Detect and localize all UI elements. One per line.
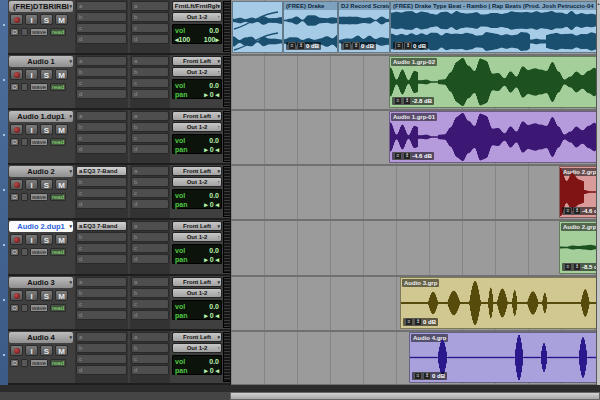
send-slot-b[interactable]: b [131, 122, 169, 132]
insert-slot-a[interactable]: aEQ3 7-Band [76, 221, 127, 231]
solo-button[interactable]: S [40, 234, 53, 245]
clip-effects-icon[interactable]: ≡ [564, 263, 572, 271]
insert-slot-a[interactable]: a [76, 332, 127, 342]
send-slot-a[interactable]: a [131, 277, 169, 287]
automation-mode-selector[interactable]: read [50, 193, 66, 201]
clip-effects-icon[interactable]: ≡ [343, 42, 351, 50]
mute-button[interactable]: M [55, 179, 68, 190]
send-slot-a[interactable]: a [131, 1, 169, 11]
solo-button[interactable]: S [40, 14, 53, 25]
input-path-selector[interactable]: Front Left ▾ [172, 56, 222, 66]
clip-gain-icon[interactable]: ↥ [423, 372, 431, 380]
insert-slot-c[interactable]: c [76, 78, 127, 88]
clip-effects-icon[interactable]: ≡ [405, 318, 413, 326]
record-arm-button[interactable] [10, 290, 23, 301]
track-view-selector[interactable]: wave [30, 83, 48, 91]
track-view-selector[interactable]: wave [30, 359, 48, 367]
clip-gain-badge[interactable]: ≡ ↥ 0 dB [412, 372, 447, 380]
solo-button[interactable]: S [40, 179, 53, 190]
elastic-audio-button[interactable] [21, 138, 28, 146]
insert-slot-d[interactable]: d [76, 199, 127, 209]
input-path-selector[interactable]: Front Left ▾ [172, 277, 222, 287]
automation-mode-selector[interactable]: read [50, 359, 66, 367]
send-slot-a[interactable]: a [131, 166, 169, 176]
clip-effects-icon[interactable]: ≡ [395, 42, 403, 50]
output-window-button[interactable]: O [10, 83, 19, 91]
automation-mode-selector[interactable]: read [50, 248, 66, 256]
playlist-menu-icon[interactable]: ▾ [69, 166, 72, 177]
send-slot-d[interactable]: d [131, 365, 169, 375]
input-path-selector[interactable]: Front Left ▾ [172, 111, 222, 121]
record-arm-button[interactable] [10, 179, 23, 190]
record-arm-button[interactable] [10, 234, 23, 245]
elastic-audio-button[interactable] [21, 28, 28, 36]
send-slot-d[interactable]: d [131, 144, 169, 154]
clip-gain-badge[interactable]: ≡ ↥ -2.8 dB [392, 97, 434, 105]
volume-pan-display[interactable]: vol0.0 pan ◂100100▸ [172, 24, 222, 44]
send-slot-d[interactable]: d [131, 89, 169, 99]
send-slot-a[interactable]: a [131, 221, 169, 231]
insert-slot-d[interactable]: d [76, 254, 127, 264]
output-window-button[interactable]: O [10, 304, 19, 312]
insert-slot-a[interactable]: a [76, 111, 127, 121]
send-slot-c[interactable]: c [131, 78, 169, 88]
insert-slot-b[interactable]: b [76, 288, 127, 298]
volume-pan-display[interactable]: vol0.0 pan▸ 0 ◂ [172, 79, 222, 99]
insert-slot-d[interactable]: d [76, 310, 127, 320]
output-window-button[interactable]: O [10, 28, 19, 36]
clip-gain-badge[interactable]: ≡ ↥ 0 dB [341, 42, 376, 50]
audio-clip[interactable]: Audio 4.grp Audio 4.grp ≡ ↥ 0 dB [409, 332, 596, 383]
track-name[interactable]: Audio 2 ▾ [9, 166, 73, 177]
input-monitor-button[interactable]: I [25, 179, 38, 190]
send-slot-a[interactable]: a [131, 111, 169, 121]
send-slot-c[interactable]: c [131, 23, 169, 33]
solo-button[interactable]: S [40, 124, 53, 135]
track-name[interactable]: Audio 1.dup1 ▾ [9, 111, 73, 122]
clip-effects-icon[interactable]: ≡ [394, 152, 402, 160]
mute-button[interactable]: M [55, 69, 68, 80]
automation-mode-selector[interactable]: read [50, 138, 66, 146]
send-slot-b[interactable]: b [131, 288, 169, 298]
insert-slot-d[interactable]: d [76, 34, 127, 44]
audio-clip[interactable]: (FREE) Drake (FREE) Drake ≡ ↥ 0 dB [283, 1, 338, 53]
audio-clip[interactable]: Audio 1.grp-02 Audio 1.grp-02 ≡ ↥ -2.8 d… [389, 56, 596, 108]
volume-pan-display[interactable]: vol0.0 pan▸ 0 ◂ [172, 189, 222, 209]
track-view-selector[interactable]: wave [30, 28, 48, 36]
elastic-audio-button[interactable] [21, 304, 28, 312]
volume-pan-display[interactable]: vol0.0 pan▸ 0 ◂ [172, 300, 222, 320]
input-monitor-button[interactable]: I [25, 345, 38, 356]
output-path-selector[interactable]: Out 1-2 ↑ [172, 67, 222, 77]
send-slot-a[interactable]: a [131, 56, 169, 66]
insert-slot-c[interactable]: c [76, 133, 127, 143]
solo-button[interactable]: S [40, 69, 53, 80]
input-path-selector[interactable]: Front Left ▾ [172, 221, 222, 231]
clip-gain-badge[interactable]: ≡ ↥ 0 dB [393, 42, 428, 50]
clip-gain-icon[interactable]: ↥ [404, 42, 412, 50]
playlist-menu-icon[interactable]: ▾ [69, 1, 72, 12]
track-name[interactable]: Audio 2.dup1 ▾ [9, 221, 73, 232]
insert-slot-d[interactable]: d [76, 89, 127, 99]
clip-gain-icon[interactable]: ↥ [414, 318, 422, 326]
send-slot-b[interactable]: b [131, 12, 169, 22]
automation-mode-selector[interactable]: read [50, 28, 66, 36]
record-arm-button[interactable] [10, 69, 23, 80]
insert-slot-b[interactable]: b [76, 177, 127, 187]
track-view-selector[interactable]: wave [30, 248, 48, 256]
track-name[interactable]: Audio 1 ▾ [9, 56, 73, 67]
output-path-selector[interactable]: Out 1-2 ↑ [172, 12, 222, 22]
track-name[interactable]: (FRE)DTBRIRBI ▾ [9, 1, 73, 12]
volume-pan-display[interactable]: vol0.0 pan▸ 0 ◂ [172, 244, 222, 264]
clip-gain-icon[interactable]: ↥ [573, 263, 581, 271]
record-arm-button[interactable] [10, 345, 23, 356]
mute-button[interactable]: M [55, 234, 68, 245]
clip-effects-icon[interactable]: ≡ [288, 42, 296, 50]
mute-button[interactable]: M [55, 124, 68, 135]
output-window-button[interactable]: O [10, 359, 19, 367]
audio-clip[interactable]: (FREE) Drake Type Beat - Rambo | Rap Bea… [390, 1, 596, 53]
send-slot-c[interactable]: c [131, 299, 169, 309]
clip-gain-icon[interactable]: ↥ [403, 97, 411, 105]
playlist-menu-icon[interactable]: ▾ [69, 111, 72, 122]
solo-button[interactable]: S [40, 290, 53, 301]
clip-gain-badge[interactable]: ≡ ↥ 0 dB [403, 318, 438, 326]
output-window-button[interactable]: O [10, 138, 19, 146]
